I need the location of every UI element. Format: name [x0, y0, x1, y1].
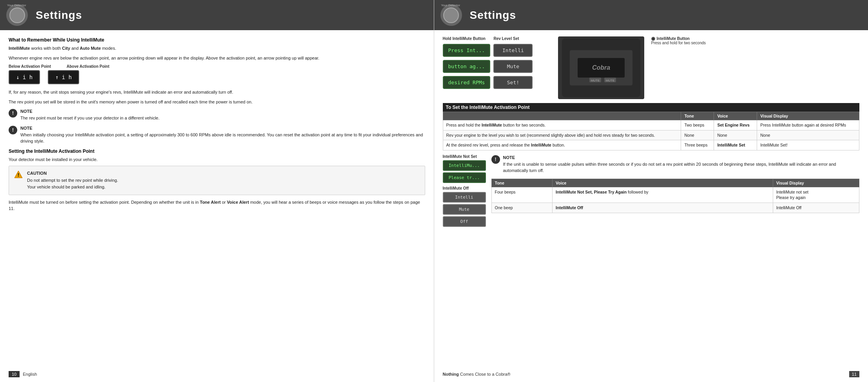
display-row-2: button ag... Mute — [443, 60, 553, 73]
left-para2: Whenever engine revs are below the activ… — [9, 55, 425, 62]
left-para3: If, for any reason, the unit stops sensi… — [9, 89, 425, 96]
above-label: Above Activation Point — [67, 64, 109, 69]
display-row-3: desired RPMs Set! — [443, 76, 553, 89]
bottom-note-title: NOTE — [503, 154, 860, 161]
col-header-voice: Voice — [714, 112, 757, 120]
display-boxes: ↓ i h ↑ i h — [9, 70, 425, 84]
note2-content: NOTE When initially choosing your Intell… — [20, 125, 425, 145]
footer-nothing-text: Nothing Comes Close to a Cobra® — [443, 372, 511, 377]
right-header: Your Detector Settings — [434, 0, 868, 30]
row3-action: At the desired rev level, press and rele… — [443, 140, 681, 150]
bottom-note-text: If the unit is unable to sense usable pu… — [503, 161, 860, 174]
bottom-section: IntelliMute Not Set IntelliMu... Please … — [443, 154, 860, 228]
off-display-2: Mute — [443, 204, 486, 215]
intelli-mute-bold: IntelliMute — [9, 46, 30, 51]
btcol-tone: Tone — [491, 179, 553, 187]
off-display-1: Intelli — [443, 192, 486, 203]
row3-tone: Three beeps — [681, 140, 714, 150]
note2-text: When initially choosing your IntelliMute… — [20, 132, 425, 145]
caution-icon: ! — [14, 170, 23, 179]
table-row: Press and hold the IntelliMute button fo… — [443, 120, 859, 130]
note1-content: NOTE The rev point must be reset if you … — [20, 108, 159, 121]
caution-text: CAUTION Do not attempt to set the rev po… — [27, 170, 118, 191]
row2-voice: None — [714, 130, 757, 140]
col-header-tone: Tone — [681, 112, 714, 120]
caution-title: CAUTION — [27, 170, 118, 177]
svg-text:Cobra: Cobra — [592, 64, 610, 71]
off-label: IntelliMute Off — [443, 186, 486, 190]
display-row-1: Press Int... Intelli — [443, 44, 553, 57]
right-logo — [440, 4, 462, 26]
col-header-action — [443, 112, 681, 120]
note1-block: ! NOTE The rev point must be reset if yo… — [9, 108, 425, 121]
rev-label: Rev Level Set — [494, 36, 541, 41]
hold-label: Hold IntelliMute Button — [443, 36, 490, 41]
right-your-detector: Your Detector — [441, 4, 460, 7]
display-below: ↓ i h — [9, 70, 40, 84]
intelli-btn-desc: Press and hold for two seconds — [651, 41, 706, 45]
bt-row1-visual: IntelliMute not setPlease try again — [773, 187, 859, 203]
row1-voice: Set Engine Revs — [714, 120, 757, 130]
bottom-table: Tone Voice Visual Display Four beeps Int… — [491, 179, 860, 213]
left-logo — [6, 4, 28, 26]
top-section: Hold IntelliMute Button Rev Level Set Pr… — [443, 36, 860, 99]
bottom-note-icon: ! — [491, 155, 500, 164]
left-para4: The rev point you set will be stored in … — [9, 99, 425, 105]
left-main-heading: What to Remember While Using IntelliMute — [9, 37, 425, 43]
table-row: Rev your engine to the level you wish to… — [443, 130, 859, 140]
table-row: At the desired rev level, press and rele… — [443, 140, 859, 150]
left-settings-title: Settings — [36, 9, 82, 22]
bt-row2-visual: IntelliMute Off — [773, 203, 859, 213]
not-set-display-1: IntelliMu... — [443, 160, 486, 171]
right-page-num: 11 — [849, 371, 859, 377]
row2-action: Rev your engine to the level you wish to… — [443, 130, 681, 140]
activation-labels: Below Activation Point Above Activation … — [9, 64, 425, 69]
left-para1: IntelliMute works with both City and Aut… — [9, 45, 425, 52]
btcol-visual: Visual Display — [773, 179, 859, 187]
col-header-visual: Visual Display — [757, 112, 859, 120]
bottom-note-block: ! NOTE If the unit is unable to sense us… — [491, 154, 860, 174]
right-page: Your Detector Settings Hold IntelliMute … — [434, 0, 868, 382]
note1-icon: ! — [9, 109, 17, 118]
green-display-2: button ag... — [443, 60, 491, 73]
product-photo: Cobra MUTE MUTE — [558, 36, 644, 99]
left-content: What to Remember While Using IntelliMute… — [0, 30, 434, 366]
off-display-3: Off — [443, 216, 486, 227]
bt-row1-tone: Four beeps — [491, 187, 553, 203]
bottom-note-content: NOTE If the unit is unable to sense usab… — [503, 154, 860, 174]
green-display-1: Press Int... — [443, 44, 491, 57]
left-page-num: 10 — [9, 371, 20, 377]
activation-section: To Set the IntelliMute Activation Point … — [443, 103, 860, 150]
note1-text: The rev point must be reset if you use y… — [20, 115, 159, 121]
intelli-btn-note: IntelliMute Button Press and hold for tw… — [651, 36, 706, 99]
caution-line1: Do not attempt to set the rev point whil… — [27, 177, 118, 184]
row1-visual: Press IntelliMute button again at desire… — [757, 120, 859, 130]
bt-row2-tone: One beep — [491, 203, 553, 213]
row1-action: Press and hold the IntelliMute button fo… — [443, 120, 681, 130]
gray-display-2: Mute — [493, 60, 533, 73]
bottom-left: IntelliMute Not Set IntelliMu... Please … — [443, 154, 486, 228]
btcol-voice: Voice — [553, 179, 773, 187]
left-para6: IntelliMute must be turned on before set… — [9, 199, 425, 212]
note2-block: ! NOTE When initially choosing your Inte… — [9, 125, 425, 145]
gray-display-1: Intelli — [493, 44, 533, 57]
not-set-display-2: Please tr... — [443, 172, 486, 183]
note1-title: NOTE — [20, 108, 159, 115]
row1-tone: Two beeps — [681, 120, 714, 130]
bottom-right: ! NOTE If the unit is unable to sense us… — [491, 154, 860, 228]
table-row: One beep IntelliMute Off IntelliMute Off — [491, 203, 859, 213]
caution-block: ! CAUTION Do not attempt to set the rev … — [9, 166, 425, 195]
note2-title: NOTE — [20, 125, 425, 132]
display-above: ↑ i h — [48, 70, 79, 84]
product-svg: Cobra MUTE MUTE — [562, 38, 640, 97]
left-page: Your Detector Settings What to Remember … — [0, 0, 434, 382]
svg-text:!: ! — [18, 172, 19, 178]
row2-tone: None — [681, 130, 714, 140]
caution-line2: Your vehicle should be parked and idling… — [27, 184, 118, 191]
left-header: Your Detector Settings — [0, 0, 434, 30]
not-set-label: IntelliMute Not Set — [443, 154, 486, 159]
row3-visual: IntelliMute Set! — [757, 140, 859, 150]
table-row: Four beeps IntelliMute Not Set, Please T… — [491, 187, 859, 203]
left-footer-lang: English — [23, 372, 37, 377]
svg-text:MUTE: MUTE — [605, 79, 614, 82]
